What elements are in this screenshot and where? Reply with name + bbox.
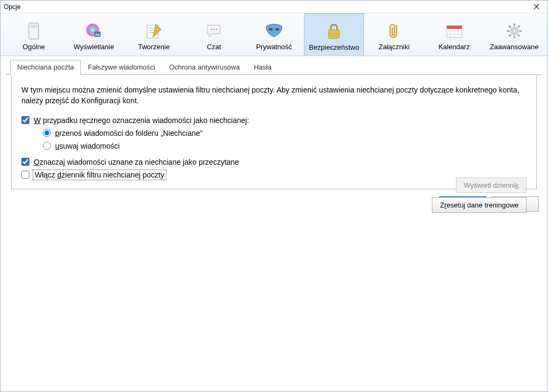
- svg-point-9: [269, 28, 272, 30]
- category-general[interactable]: Ogólne: [4, 13, 64, 56]
- category-privacy[interactable]: Prywatność: [244, 13, 304, 56]
- category-label: Bezpieczeństwo: [309, 43, 359, 51]
- palette-icon: Aa: [84, 21, 103, 41]
- gear-icon: [505, 21, 524, 41]
- chat-bubble-icon: [204, 21, 224, 41]
- tab-junk-mail[interactable]: Niechciana poczta: [10, 60, 81, 75]
- radio-move-to-junk[interactable]: [43, 129, 51, 137]
- category-label: Zaawansowane: [490, 43, 538, 51]
- svg-rect-1: [31, 25, 37, 28]
- svg-rect-15: [447, 26, 462, 29]
- close-icon: [534, 3, 539, 11]
- reset-training-button[interactable]: Zresetuj dane treningowe: [432, 197, 527, 213]
- category-label: Załączniki: [379, 43, 410, 51]
- junk-panel: W tym miejscu można zmienić domyślne ust…: [11, 75, 537, 189]
- radio-move-row: przenoś wiadomości do folderu „Niechcian…: [43, 129, 527, 137]
- category-security[interactable]: Bezpieczeństwo: [304, 13, 364, 56]
- mask-icon: [264, 21, 284, 41]
- svg-rect-11: [329, 30, 339, 39]
- checkbox-mark-read[interactable]: [21, 158, 29, 166]
- compose-icon: [144, 21, 164, 41]
- checkbox-mark-read-row: Oznaczaj wiadomości uznane za niechciane…: [21, 158, 527, 166]
- tab-label: Fałszywe wiadomości: [88, 63, 155, 71]
- titlebar: Opcje: [1, 1, 547, 13]
- subtabs: Niechciana poczta Fałszywe wiadomości Oc…: [6, 59, 542, 75]
- category-label: Kalendarz: [438, 43, 470, 51]
- radio-move-label[interactable]: przenoś wiadomości do folderu „Niechcian…: [55, 129, 202, 137]
- svg-text:Aa: Aa: [95, 33, 100, 36]
- options-window: Opcje Ogólne Aa Wyświetlanie Tworzenie: [0, 0, 548, 392]
- panel-description: W tym miejscu można zmienić domyślne ust…: [21, 84, 524, 106]
- checkbox-manual-mark[interactable]: [21, 116, 29, 124]
- radio-delete-row: usuwaj wiadomości: [43, 142, 527, 150]
- checkbox-enable-log[interactable]: [21, 171, 29, 179]
- svg-rect-12: [329, 33, 339, 34]
- category-label: Czat: [207, 43, 221, 51]
- calendar-icon: [445, 21, 464, 41]
- checkbox-manual-mark-row: W przypadku ręcznego oznaczenia wiadomoś…: [21, 116, 527, 125]
- category-label: Tworzenie: [138, 43, 170, 51]
- tab-scam[interactable]: Fałszywe wiadomości: [81, 60, 162, 75]
- tab-label: Hasła: [254, 63, 271, 71]
- svg-point-10: [275, 28, 279, 30]
- category-attachments[interactable]: Załączniki: [364, 13, 424, 56]
- manual-action-radio-group: przenoś wiadomości do folderu „Niechcian…: [43, 129, 527, 150]
- checkbox-mark-read-label[interactable]: Oznaczaj wiadomości uznane za niechciane…: [34, 158, 239, 166]
- show-log-button[interactable]: Wyświetl dziennik: [456, 178, 527, 193]
- subtabs-container: Niechciana poczta Fałszywe wiadomości Oc…: [6, 59, 542, 189]
- tab-passwords[interactable]: Hasła: [247, 60, 278, 75]
- tab-antivirus[interactable]: Ochrona antywirusowa: [162, 60, 247, 75]
- toggle-switch-icon: [24, 21, 43, 41]
- svg-point-8: [216, 29, 217, 30]
- tab-label: Ochrona antywirusowa: [169, 63, 240, 71]
- category-compose[interactable]: Tworzenie: [124, 13, 184, 56]
- category-chat[interactable]: Czat: [184, 13, 244, 56]
- category-calendar[interactable]: Kalendarz: [424, 13, 484, 56]
- lock-icon: [324, 22, 344, 41]
- checkbox-enable-log-label[interactable]: Włącz dziennik filtru niechcianej poczty: [34, 171, 165, 179]
- close-button[interactable]: [528, 1, 544, 13]
- category-advanced[interactable]: Zaawansowane: [484, 13, 544, 56]
- svg-point-7: [213, 29, 215, 30]
- category-toolbar: Ogólne Aa Wyświetlanie Tworzenie Czat Pr…: [1, 13, 547, 56]
- category-label: Wyświetlanie: [73, 43, 114, 51]
- svg-rect-13: [329, 35, 339, 36]
- tab-label: Niechciana poczta: [17, 63, 74, 71]
- log-buttons: Wyświetl dziennik Zresetuj dane treningo…: [432, 178, 527, 213]
- radio-delete-label[interactable]: usuwaj wiadomości: [55, 142, 120, 150]
- radio-delete[interactable]: [43, 142, 51, 150]
- checkbox-manual-mark-label[interactable]: W przypadku ręcznego oznaczenia wiadomoś…: [34, 116, 249, 125]
- category-label: Prywatność: [256, 43, 292, 51]
- svg-point-6: [210, 29, 212, 30]
- window-title: Opcje: [4, 3, 528, 11]
- svg-point-17: [513, 29, 516, 33]
- category-display[interactable]: Aa Wyświetlanie: [64, 13, 124, 56]
- category-label: Ogólne: [22, 43, 45, 51]
- paperclip-icon: [384, 21, 404, 41]
